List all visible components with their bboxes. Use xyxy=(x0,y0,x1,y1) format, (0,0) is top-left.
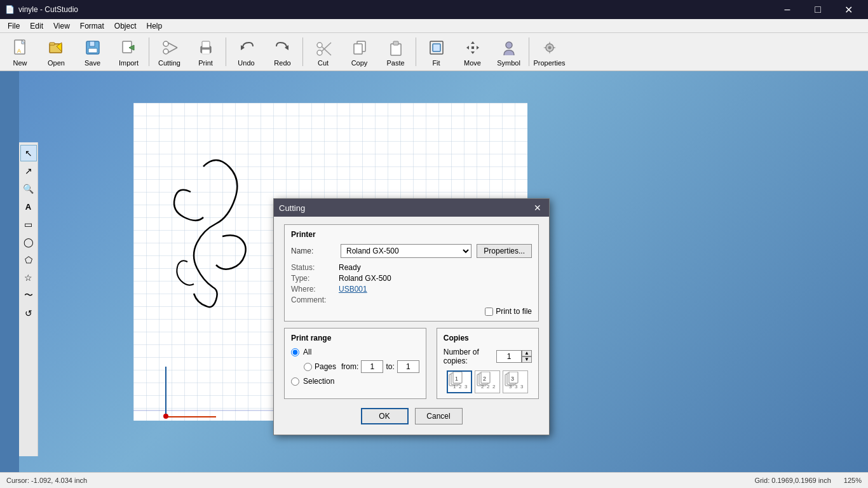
maximize-button[interactable]: □ xyxy=(803,0,832,19)
menu-object[interactable]: Object xyxy=(109,20,142,32)
dialog-buttons: OK Cancel xyxy=(284,408,539,424)
svg-line-22 xyxy=(322,46,331,55)
collation-icons: 1 1 2 3 2 xyxy=(444,370,532,393)
menu-format[interactable]: Format xyxy=(75,20,109,32)
all-radio[interactable] xyxy=(291,348,299,356)
app-title: vinyle - CutStudio xyxy=(18,5,78,14)
pages-radio[interactable] xyxy=(304,363,312,371)
artwork-svg xyxy=(153,141,280,319)
menu-edit[interactable]: Edit xyxy=(25,20,48,32)
toolbar-redo[interactable]: Redo xyxy=(265,34,300,69)
collation-icon-1[interactable]: 1 1 2 3 xyxy=(447,370,472,393)
toolbar-open[interactable]: Open xyxy=(39,34,74,69)
collation-icon-2[interactable]: 2 2 2 2 xyxy=(475,370,500,393)
cutting-icon xyxy=(159,37,180,58)
svg-marker-30 xyxy=(471,51,475,54)
svg-rect-3 xyxy=(50,43,55,45)
app-icon: 📄 xyxy=(5,5,15,14)
printer-section: Printer Name: Roland GX-500 Properties..… xyxy=(284,224,539,322)
svg-text:3: 3 xyxy=(465,384,468,390)
dialog-close-button[interactable]: ✕ xyxy=(531,201,544,214)
menu-view[interactable]: View xyxy=(48,20,75,32)
tool-text[interactable]: A xyxy=(20,198,37,215)
tool-ellipse[interactable]: ◯ xyxy=(20,234,37,250)
toolbar-new[interactable]: A New xyxy=(3,34,37,69)
toolbar-symbol-label: Symbol xyxy=(497,59,520,67)
origin-dot xyxy=(163,414,168,419)
svg-text:2: 2 xyxy=(492,384,496,390)
copies-input[interactable] xyxy=(496,350,522,363)
toolbar-symbol[interactable]: Symbol xyxy=(491,34,526,69)
toolbar-sep-1 xyxy=(149,37,149,66)
statusbar-right: Grid: 0.1969,0.1969 inch 125% xyxy=(754,477,862,484)
close-button[interactable]: ✕ xyxy=(834,0,863,19)
bottom-section: Print range All Pages from: to: xyxy=(284,328,539,399)
svg-text:3: 3 xyxy=(511,376,514,382)
svg-rect-26 xyxy=(393,41,398,45)
svg-text:2: 2 xyxy=(487,384,490,390)
tool-rect[interactable]: ▭ xyxy=(20,216,37,233)
print-to-file-label: Print to file xyxy=(496,307,532,316)
toolbar-new-label: New xyxy=(13,59,27,67)
toolbar-import[interactable]: Import xyxy=(111,34,146,69)
tool-node[interactable]: ↗ xyxy=(20,163,37,179)
from-input[interactable] xyxy=(361,360,383,373)
toolbar-undo[interactable]: Undo xyxy=(229,34,264,69)
toolbar-save[interactable]: Save xyxy=(75,34,110,69)
title-bar: 📄 vinyle - CutStudio – □ ✕ xyxy=(0,0,868,19)
new-icon: A xyxy=(10,37,31,58)
spinner-down-button[interactable]: ▼ xyxy=(522,356,532,363)
selection-radio[interactable] xyxy=(291,377,299,386)
collation-icon-3[interactable]: 3 3 3 3 xyxy=(503,370,528,393)
toolbar-cut[interactable]: Cut xyxy=(306,34,341,69)
where-label: Where: xyxy=(291,285,339,294)
svg-text:3: 3 xyxy=(520,384,524,390)
printer-comment-row: Comment: xyxy=(291,295,532,304)
tool-zoom[interactable]: 🔍 xyxy=(20,180,37,197)
pages-label: Pages xyxy=(315,362,336,371)
print-to-file-row: Print to file xyxy=(291,307,532,316)
print-range-box: Print range All Pages from: to: xyxy=(284,328,426,399)
toolbar-copy[interactable]: Copy xyxy=(342,34,377,69)
cancel-button[interactable]: Cancel xyxy=(415,408,463,424)
to-input[interactable] xyxy=(397,360,419,373)
svg-text:A: A xyxy=(17,48,21,54)
printer-properties-button[interactable]: Properties... xyxy=(477,244,532,258)
tool-star[interactable]: ☆ xyxy=(20,269,37,286)
ok-button[interactable]: OK xyxy=(361,408,409,424)
svg-point-34 xyxy=(506,42,512,48)
move-icon xyxy=(463,37,483,58)
minimize-button[interactable]: – xyxy=(773,0,802,19)
svg-point-10 xyxy=(163,41,168,46)
toolbar-sep-2 xyxy=(226,37,226,66)
cutting-dialog: Cutting ✕ Printer Name: Roland GX-500 Pr… xyxy=(273,198,550,435)
dialog-content: Printer Name: Roland GX-500 Properties..… xyxy=(274,217,549,435)
menu-file[interactable]: File xyxy=(3,20,25,32)
print-to-file-checkbox[interactable] xyxy=(485,308,493,316)
tool-select[interactable]: ↖ xyxy=(20,145,37,161)
svg-rect-24 xyxy=(354,44,362,54)
tool-wave[interactable]: 〜 xyxy=(20,287,37,304)
toolbar-sep-3 xyxy=(302,37,303,66)
toolbar-cutting[interactable]: Cutting xyxy=(152,34,187,69)
menu-help[interactable]: Help xyxy=(142,20,168,32)
grid-info: Grid: 0.1969,0.1969 inch xyxy=(754,477,831,484)
tool-spiral[interactable]: ↺ xyxy=(20,305,37,322)
toolbar-print-label: Print xyxy=(198,59,213,67)
spinner-up-button[interactable]: ▲ xyxy=(522,350,532,356)
toolbar-paste[interactable]: Paste xyxy=(378,34,413,69)
toolbar-properties[interactable]: Properties xyxy=(532,34,567,69)
toolbar-move[interactable]: Move xyxy=(455,34,490,69)
toolbar-sep-5 xyxy=(529,37,529,66)
canvas-area[interactable]: ↖ ↗ 🔍 A ▭ ◯ ⬠ ☆ 〜 ↺ Cutting ✕ xyxy=(19,71,868,472)
tool-polygon[interactable]: ⬠ xyxy=(20,252,37,268)
from-to: from: to: xyxy=(341,360,419,373)
svg-marker-31 xyxy=(466,46,469,50)
toolbar-fit[interactable]: Fit xyxy=(419,34,454,69)
num-copies-label: Number of copies: xyxy=(444,348,494,365)
toolbar: A New Open Save Import Cutting Print xyxy=(0,33,868,71)
type-value: Roland GX-500 xyxy=(339,274,391,283)
toolbar-print[interactable]: Print xyxy=(188,34,223,69)
printer-status-row: Status: Ready xyxy=(291,263,532,272)
printer-name-select[interactable]: Roland GX-500 xyxy=(341,244,471,258)
